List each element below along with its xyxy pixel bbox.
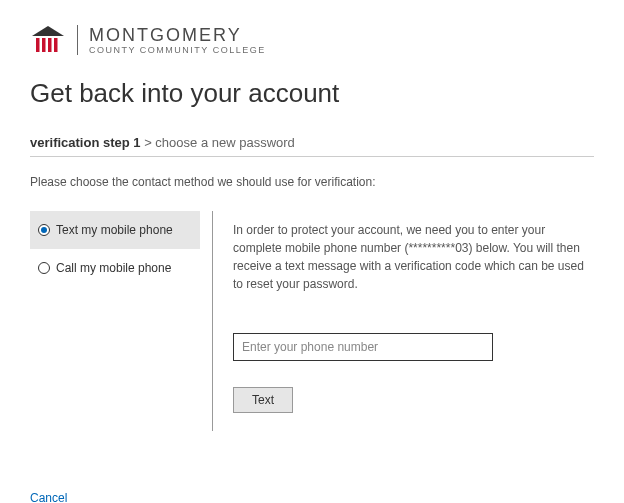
logo: MONTGOMERY COUNTY COMMUNITY COLLEGE: [30, 24, 594, 56]
option-label: Text my mobile phone: [56, 223, 173, 237]
option-call-phone[interactable]: Call my mobile phone: [30, 249, 200, 287]
cancel-link[interactable]: Cancel: [30, 491, 67, 503]
svg-rect-2: [48, 38, 52, 52]
page-title: Get back into your account: [30, 78, 594, 109]
radio-icon: [38, 224, 50, 236]
logo-icon: [30, 24, 66, 56]
column-divider: [212, 211, 213, 431]
verification-options: Text my mobile phone Call my mobile phon…: [30, 211, 200, 431]
svg-rect-0: [36, 38, 40, 52]
radio-icon: [38, 262, 50, 274]
verification-prompt: Please choose the contact method we shou…: [30, 175, 594, 189]
option-text-phone[interactable]: Text my mobile phone: [30, 211, 200, 249]
text-button[interactable]: Text: [233, 387, 293, 413]
option-label: Call my mobile phone: [56, 261, 171, 275]
breadcrumb: verification step 1 > choose a new passw…: [30, 135, 594, 157]
logo-text: MONTGOMERY COUNTY COMMUNITY COLLEGE: [89, 26, 266, 55]
step-next: > choose a new password: [141, 135, 295, 150]
instructions-text: In order to protect your account, we nee…: [233, 221, 594, 293]
logo-divider: [77, 25, 78, 55]
step-current: verification step 1: [30, 135, 141, 150]
logo-text-top: MONTGOMERY: [89, 26, 266, 44]
svg-rect-1: [42, 38, 46, 52]
svg-rect-3: [54, 38, 58, 52]
phone-input[interactable]: [233, 333, 493, 361]
logo-text-bottom: COUNTY COMMUNITY COLLEGE: [89, 46, 266, 55]
